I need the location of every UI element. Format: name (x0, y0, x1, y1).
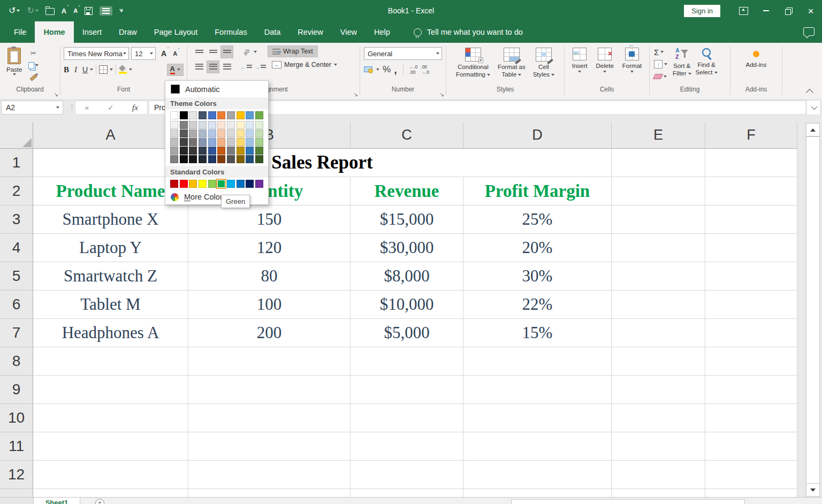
theme-variant-swatch-8-2[interactable] (246, 138, 254, 146)
cell-f11[interactable] (705, 432, 797, 461)
sheet-tab-sheet1[interactable]: Sheet1 (34, 498, 80, 504)
theme-variant-swatch-1-0[interactable] (180, 121, 188, 129)
standard-color-orange[interactable] (189, 180, 197, 188)
orientation-dropdown-icon[interactable] (254, 51, 257, 53)
vertical-scrollbar-thumb[interactable] (806, 136, 820, 484)
number-format-select[interactable]: General (364, 47, 442, 60)
tab-formulas[interactable]: Formulas (206, 21, 255, 43)
theme-variant-swatch-2-4[interactable] (189, 155, 197, 163)
cell-b5[interactable]: 80 (188, 262, 351, 291)
orientation-button[interactable]: ab (240, 45, 253, 58)
font-color-button[interactable]: A (167, 64, 184, 76)
shrink-font-button[interactable]: Aˇ (173, 51, 177, 57)
ribbon-display-options-button[interactable] (732, 0, 755, 21)
standard-color-green[interactable] (217, 180, 225, 188)
row-header-7[interactable]: 7 (0, 319, 33, 347)
scroll-down-button[interactable] (806, 483, 820, 497)
tab-file[interactable]: File (5, 21, 35, 43)
theme-variant-swatch-5-2[interactable] (217, 138, 225, 146)
cell-c5[interactable]: $8,000 (351, 262, 463, 291)
bold-button[interactable]: B (64, 65, 69, 74)
cell-a1-title[interactable]: Sales Report (33, 149, 612, 177)
cell-c8[interactable] (351, 347, 463, 376)
borders-dropdown-icon[interactable] (110, 68, 113, 71)
cell-e12[interactable] (612, 461, 705, 489)
standard-color-red[interactable] (180, 180, 188, 188)
cell-f2[interactable] (705, 177, 797, 205)
cell-e7[interactable] (612, 319, 705, 347)
tell-me-box[interactable]: Tell me what you want to do (414, 21, 523, 43)
alignment-dialog-launcher[interactable]: ↘ (354, 92, 358, 97)
paste-button[interactable]: Paste (4, 47, 24, 86)
redo-button[interactable]: ↻ (27, 6, 38, 15)
cell-e10[interactable] (612, 404, 705, 432)
theme-variant-swatch-9-4[interactable] (255, 155, 263, 163)
cell-f7[interactable] (705, 319, 797, 347)
row-header-12[interactable]: 12 (0, 461, 33, 489)
cell-d10[interactable] (463, 404, 612, 432)
autosum-button[interactable]: Σ (654, 47, 667, 57)
theme-variant-swatch-6-4[interactable] (227, 155, 235, 163)
font-name-select[interactable]: Times New Roma (64, 47, 129, 60)
cell-d8[interactable] (463, 347, 612, 376)
redo-dropdown-icon[interactable] (35, 10, 39, 12)
sort-filter-button[interactable]: AZ Sort &Filter (671, 47, 694, 86)
addins-button[interactable]: Add-ins (744, 47, 769, 86)
row-header-10[interactable]: 10 (0, 404, 33, 432)
theme-variant-swatch-4-1[interactable] (208, 129, 216, 138)
theme-variant-swatch-9-2[interactable] (255, 138, 263, 146)
accounting-dropdown-icon[interactable] (376, 68, 379, 71)
theme-variant-swatch-5-1[interactable] (217, 129, 225, 138)
cell-c10[interactable] (351, 404, 463, 432)
theme-variant-swatch-4-4[interactable] (208, 155, 216, 163)
conditional-formatting-button[interactable]: ≠ ConditionalFormatting (454, 47, 492, 86)
cell-f12[interactable] (705, 461, 797, 489)
theme-variant-swatch-2-0[interactable] (189, 121, 197, 129)
theme-color-swatch-9[interactable] (255, 111, 263, 119)
theme-color-swatch-8[interactable] (246, 111, 254, 119)
insert-function-button[interactable]: fx (132, 103, 138, 112)
theme-variant-swatch-3-1[interactable] (199, 129, 207, 138)
cut-button[interactable]: ✂ (26, 48, 40, 58)
column-header-e[interactable]: E (612, 122, 705, 149)
merge-center-button[interactable]: ↔ Merge & Center (268, 59, 341, 70)
tab-view[interactable]: View (332, 21, 366, 43)
fill-color-dropdown-icon[interactable] (129, 68, 132, 71)
close-button[interactable]: × (800, 0, 822, 21)
row-header-9[interactable]: 9 (0, 376, 33, 404)
more-colors-item[interactable]: More Colors... (165, 189, 268, 204)
cell-e6[interactable] (612, 291, 705, 319)
cell-a4[interactable]: Laptop Y (33, 234, 188, 262)
tab-insert[interactable]: Insert (74, 21, 110, 43)
tab-draw[interactable]: Draw (110, 21, 146, 43)
cell-a11[interactable] (33, 432, 188, 461)
tab-page-layout[interactable]: Page Layout (146, 21, 206, 43)
cell-b11[interactable] (188, 432, 351, 461)
number-dialog-launcher[interactable]: ↘ (440, 92, 444, 97)
theme-variant-swatch-1-2[interactable] (180, 138, 188, 146)
cell-d2[interactable]: Profit Margin (463, 177, 612, 205)
collapse-ribbon-button[interactable] (806, 89, 813, 96)
cell-b8[interactable] (188, 347, 351, 376)
row-header-1[interactable]: 1 (0, 149, 33, 177)
find-select-button[interactable]: Find &Select (694, 47, 720, 86)
automatic-color-item[interactable]: Automatic (165, 81, 268, 97)
align-left-button[interactable] (193, 60, 206, 73)
cell-styles-button[interactable]: CellStyles (531, 47, 557, 86)
cell-a7[interactable]: Headphones A (33, 319, 188, 347)
standard-color-light-green[interactable] (208, 180, 216, 188)
insert-cells-button[interactable]: ← Insert (570, 47, 590, 86)
theme-variant-swatch-7-0[interactable] (237, 121, 245, 129)
cell-b3[interactable]: 150 (188, 205, 351, 234)
theme-variant-swatch-7-1[interactable] (237, 129, 245, 138)
cell-c9[interactable] (351, 376, 463, 404)
theme-color-swatch-3[interactable] (199, 111, 207, 119)
fill-button[interactable]: ↓ (654, 59, 667, 70)
theme-variant-swatch-0-4[interactable] (170, 155, 178, 163)
align-right-button[interactable] (220, 60, 233, 73)
standard-color-yellow[interactable] (199, 180, 207, 188)
comments-icon[interactable] (803, 27, 815, 36)
cell-c2[interactable]: Revenue (351, 177, 463, 205)
column-header-f[interactable]: F (705, 122, 797, 149)
theme-variant-swatch-3-3[interactable] (199, 147, 207, 155)
